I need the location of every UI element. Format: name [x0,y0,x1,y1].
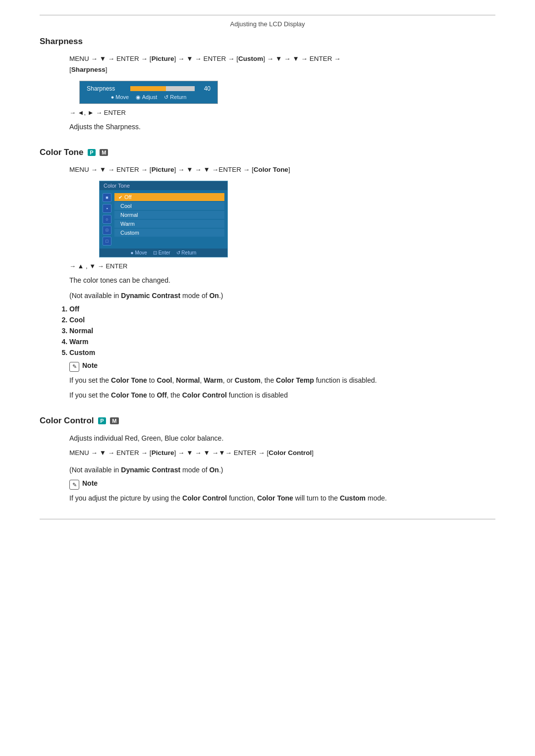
note-label-2: Note [82,479,98,487]
color-tone-note-text-1: If you set the Color Tone to Cool, Norma… [69,375,495,386]
sharpness-description: Adjusts the Sharpness. [69,121,495,132]
color-control-badge-p: P [98,417,106,424]
note-label-1: Note [82,361,98,369]
color-tone-menu-path: MENU → ▼ → ENTER → [Picture] → ▼ → ▼ →EN… [69,164,495,175]
ct-label-warm: Warm [120,221,135,227]
ct-option-cool[interactable]: Cool [114,202,224,210]
ct-option-custom[interactable]: Custom [114,229,224,237]
cc-path-colorcontrol: Color Control [268,449,312,456]
cc-dc-bold: Dynamic Contrast [121,466,180,474]
color-control-badge-m: M [110,417,118,424]
sharpness-section: Sharpness MENU → ▼ → ENTER → [Picture] →… [40,37,495,133]
ct-list-item-3: Normal [69,327,495,335]
color-tone-dynamic-contrast-note: (Not available in Dynamic Contrast mode … [69,290,495,301]
sharpness-return: ↺ Return [164,94,186,101]
sharpness-ui-label: Sharpness [87,85,126,92]
color-control-title-text: Color Control [40,416,94,425]
ct-icon-4: ☉ [103,226,111,235]
sharpness-ui-widget: Sharpness 40 ● Move ◉ Adjust ↺ Return [79,81,218,104]
color-control-menu-path: MENU → ▼ → ENTER → [Picture] → ▼ → ▼ →▼→… [69,448,495,458]
ct-label-normal: Normal [120,212,138,218]
page-title: Adjusting the LCD Display [230,20,305,28]
color-tone-note-text-2: If you set the Color Tone to Off, the Co… [69,390,495,401]
color-tone-description: The color tones can be changed. [69,275,495,286]
color-tone-footer: ● Move ⊡ Enter ↺ Return [100,249,227,257]
color-control-note-text: If you adjust the picture by using the C… [69,493,495,504]
color-control-note-box: ✎ Note [69,479,495,490]
ct-label-cool: Cool [120,203,132,209]
color-control-dynamic-contrast-note: (Not available in Dynamic Contrast mode … [69,464,495,475]
cc-path-picture: Picture [152,449,174,456]
color-tone-title-text: Color Tone [40,148,83,157]
sharpness-title: Sharpness [40,37,495,47]
ct-footer-return: ↺ Return [176,250,197,255]
ct-label-off: Off [124,194,131,200]
ct-option-normal[interactable]: Normal [114,211,224,219]
sharpness-move: ● Move [111,94,129,101]
color-tone-title: Color Tone P M [40,148,495,157]
note-icon-1: ✎ [69,362,79,372]
ct-path-picture: Picture [152,166,174,173]
color-tone-ui-body: ■ ▪ ○ ☉ □ ✔ Off Cool [100,190,227,249]
sharpness-controls: ● Move ◉ Adjust ↺ Return [87,94,211,101]
color-tone-note-box: ✎ Note [69,361,495,372]
color-tone-numbered-list: Off Cool Normal Warm Custom [69,305,495,356]
sharpness-nav: → ◄, ► → ENTER [69,109,495,116]
color-tone-ui-widget: Color Tone ■ ▪ ○ ☉ □ ✔ Off Cool [99,181,228,257]
sharpness-bar [130,86,195,91]
top-rule [40,15,495,15]
on-bold: On [209,292,218,300]
ct-label-custom: Custom [120,230,139,236]
ct-path-colortone: Color Tone [254,166,288,173]
sharpness-path-custom: Custom [238,55,263,62]
sharpness-bar-fill [130,86,166,91]
sharpness-adjust: ◉ Adjust [136,94,157,101]
color-control-section: Color Control P M Adjusts individual Red… [40,416,495,504]
ct-list-item-1: Off [69,305,495,313]
dc-bold: Dynamic Contrast [121,292,180,300]
color-tone-section: Color Tone P M MENU → ▼ → ENTER → [Pictu… [40,148,495,401]
bottom-rule [40,519,495,519]
sharpness-path-sharpness: Sharpness [71,66,106,73]
ct-check-off: ✔ [118,195,122,200]
page-header: Adjusting the LCD Display [40,20,495,28]
sharpness-value: 40 [199,85,211,92]
ct-list-item-5: Custom [69,349,495,356]
ct-list-item-2: Cool [69,316,495,324]
ct-list-item-4: Warm [69,338,495,346]
color-tone-nav: → ▲ , ▼ → ENTER [69,262,495,270]
ct-option-off[interactable]: ✔ Off [114,193,224,201]
ct-footer-move: ● Move [131,250,147,255]
color-control-description: Adjusts individual Red, Green, Blue colo… [69,433,495,444]
sharpness-row: Sharpness 40 [87,85,211,92]
ct-footer-enter: ⊡ Enter [153,250,170,255]
color-tone-badge-p: P [88,149,95,156]
color-tone-ui-titlebar: Color Tone [100,181,227,190]
ct-icon-3: ○ [103,215,111,224]
cc-on-bold: On [209,466,218,474]
sharpness-path-picture: Picture [152,55,174,62]
sharpness-menu-path: MENU → ▼ → ENTER → [Picture] → ▼ → ENTER… [69,53,495,75]
color-control-title: Color Control P M [40,416,495,426]
ct-icon-1: ■ [103,193,111,202]
note-icon-2: ✎ [69,480,79,490]
color-tone-options-list: ✔ Off Cool Normal Warm [114,192,227,247]
color-tone-icon-list: ■ ▪ ○ ☉ □ [100,192,114,247]
ct-icon-5: □ [103,237,111,246]
ct-icon-2: ▪ [103,204,111,213]
ct-option-warm[interactable]: Warm [114,220,224,228]
color-tone-badge-m: M [100,149,108,156]
page-container: Adjusting the LCD Display Sharpness MENU… [0,0,535,539]
